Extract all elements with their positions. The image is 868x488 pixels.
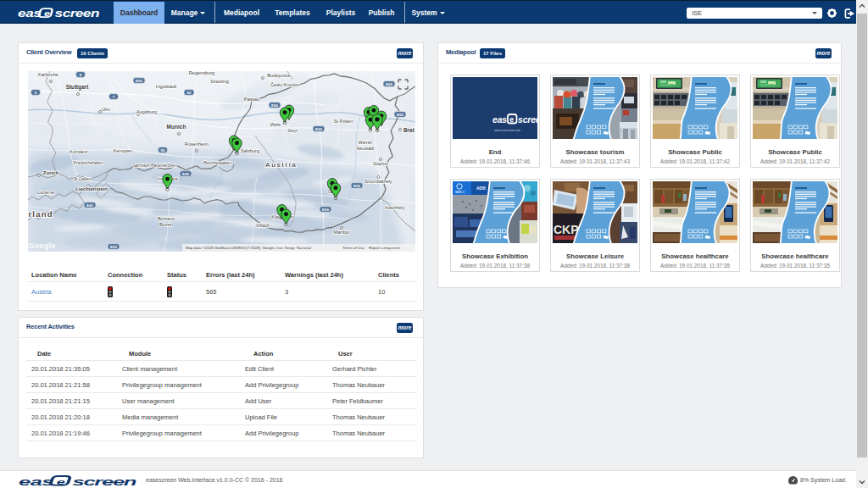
svg-text:Augsburg: Augsburg: [136, 109, 157, 114]
svg-text:screen: screen: [72, 474, 136, 487]
svg-text:Steyr: Steyr: [287, 128, 298, 133]
svg-text:Szombathely: Szombathely: [364, 179, 392, 184]
svg-text:Friedrichshafen: Friedrichshafen: [74, 160, 103, 165]
svg-text:E43: E43: [86, 203, 93, 208]
svg-text:eas: eas: [19, 474, 53, 487]
svg-text:Salzburg: Salzburg: [241, 148, 259, 153]
svg-text:Budejovice: Budejovice: [267, 73, 290, 78]
svg-text:www.easescreen.com: www.easescreen.com: [494, 129, 520, 132]
svg-text:E55: E55: [110, 245, 117, 249]
svg-text:Konstanz: Konstanz: [70, 149, 88, 154]
svg-text:Map data ©2018 GeoBasis-DE/BKG: Map data ©2018 GeoBasis-DE/BKG (©2009), …: [186, 246, 311, 250]
svg-text:Ingolstadt: Ingolstadt: [156, 84, 177, 89]
svg-text:Karlsruhe: Karlsruhe: [38, 72, 58, 77]
svg-text:e: e: [57, 477, 65, 486]
svg-text:E52: E52: [136, 79, 142, 83]
svg-text:screen: screen: [55, 7, 100, 19]
svg-text:Bozen: Bozen: [159, 222, 173, 227]
svg-text:Stuttgart: Stuttgart: [66, 84, 89, 91]
svg-text:E56: E56: [271, 103, 278, 108]
svg-text:95: 95: [161, 148, 165, 152]
svg-text:Wiener: Wiener: [359, 140, 373, 145]
svg-text:92: 92: [187, 91, 192, 95]
svg-text:Sopron: Sopron: [373, 161, 388, 166]
svg-text:eas: eas: [18, 7, 42, 19]
svg-text:St Pölten: St Pölten: [334, 119, 353, 124]
svg-text:Lucerne: Lucerne: [37, 190, 54, 195]
svg-text:E65: E65: [386, 82, 392, 86]
svg-text:E60: E60: [315, 127, 322, 131]
svg-text:Terms of Use: Terms of Use: [342, 246, 364, 250]
svg-text:Garmisch-Partenkirchen: Garmisch-Partenkirchen: [132, 164, 176, 168]
svg-text:BARCO: BARCO: [455, 191, 465, 194]
svg-text:screen: screen: [518, 114, 537, 125]
svg-text:E59: E59: [322, 208, 329, 212]
svg-text:Rosenheim: Rosenheim: [185, 141, 209, 147]
svg-text:Neustadt: Neustadt: [357, 146, 375, 151]
svg-text:Brat: Brat: [403, 127, 415, 133]
svg-text:E45: E45: [182, 172, 189, 176]
svg-text:Villach: Villach: [256, 223, 270, 228]
svg-text:ADB: ADB: [476, 186, 486, 191]
svg-text:Straubing: Straubing: [210, 79, 229, 84]
svg-text:Keszthely: Keszthely: [386, 205, 405, 210]
svg-text:Passau: Passau: [244, 97, 260, 102]
svg-text:Kempten: Kempten: [114, 148, 132, 153]
svg-text:eas: eas: [492, 114, 507, 125]
svg-text:Zürich: Zürich: [43, 170, 59, 175]
svg-text:Munich: Munich: [166, 124, 186, 130]
svg-text:Report a map error: Report a map error: [369, 246, 401, 250]
svg-text:e: e: [44, 9, 50, 18]
svg-text:Česky Krumlov: Česky Krumlov: [270, 82, 299, 87]
svg-text:St Gallen: St Gallen: [74, 176, 92, 181]
svg-text:E65: E65: [397, 113, 403, 117]
svg-text:Bolzano: Bolzano: [158, 216, 175, 221]
svg-text:zerland: zerland: [28, 209, 53, 219]
svg-text:Liechtenstein: Liechtenstein: [75, 186, 108, 191]
svg-text:e: e: [509, 115, 514, 124]
svg-text:Austria: Austria: [265, 161, 297, 169]
svg-text:Ulm: Ulm: [102, 107, 110, 112]
svg-text:Wels: Wels: [270, 122, 281, 127]
svg-text:Berchtesgaden: Berchtesgaden: [204, 161, 232, 165]
svg-text:Regensburg: Regensburg: [189, 71, 214, 75]
svg-text:E59: E59: [353, 184, 360, 188]
svg-text:Maribor: Maribor: [334, 230, 350, 235]
svg-text:Google: Google: [29, 241, 56, 250]
